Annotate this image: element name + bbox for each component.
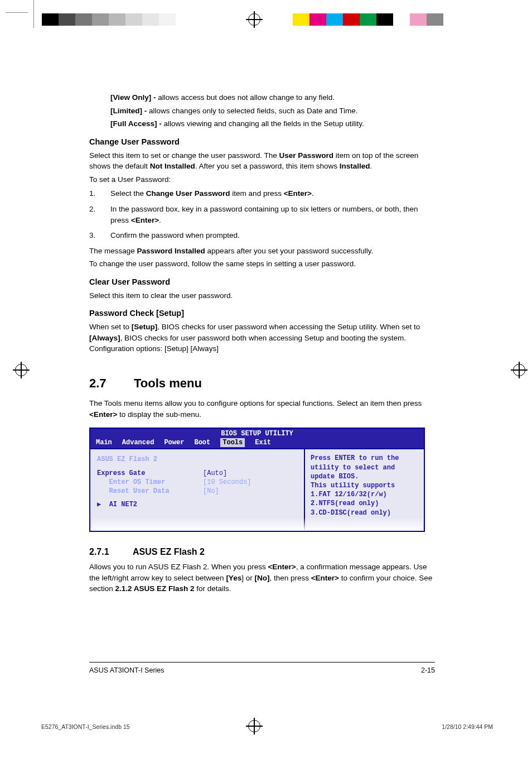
page-number: 2-15 bbox=[421, 666, 435, 674]
print-swatches-gray bbox=[42, 13, 209, 26]
subsection-heading-ez-flash: 2.7.1ASUS EZ Flash 2 bbox=[89, 545, 435, 558]
heading-password-check: Password Check [Setup] bbox=[89, 308, 435, 319]
swatch bbox=[176, 13, 192, 26]
body-text: Select this item to clear the user passw… bbox=[89, 290, 435, 301]
swatch bbox=[309, 13, 326, 26]
swatch bbox=[42, 13, 59, 26]
bios-menu-item: Main bbox=[96, 438, 112, 447]
access-level-item: [Full Access] - allows viewing and chang… bbox=[110, 118, 435, 129]
body-text: When set to [Setup], BIOS checks for use… bbox=[89, 321, 435, 354]
access-level-item: [Limited] - allows changes only to selec… bbox=[110, 105, 435, 117]
swatch bbox=[427, 13, 443, 26]
page-content: [View Only] - allows access but does not… bbox=[89, 92, 435, 597]
body-text: To set a User Password: bbox=[89, 174, 435, 185]
manual-page: [View Only] - allows access but does not… bbox=[0, 0, 532, 768]
crop-mark bbox=[6, 12, 28, 13]
bios-menu-item: Advanced bbox=[122, 438, 154, 447]
print-swatches-color bbox=[293, 13, 460, 26]
bios-item-ez-flash: ASUS EZ Flash 2 bbox=[97, 455, 299, 464]
body-text: The message Password Installed appears a… bbox=[89, 246, 435, 257]
swatch bbox=[443, 13, 460, 26]
bios-menu-item: Exit bbox=[255, 438, 271, 447]
crop-mark bbox=[22, 0, 34, 28]
bios-menu-item: Power bbox=[164, 438, 184, 447]
step-item: 3.Confirm the password when prompted. bbox=[89, 230, 435, 241]
bios-config-row: Enter OS Timer[10 Seconds] bbox=[97, 478, 299, 487]
swatch bbox=[159, 13, 176, 26]
swatch bbox=[343, 13, 360, 26]
print-timestamp: 1/28/10 2:49:44 PM bbox=[442, 723, 493, 730]
footer-product-name: ASUS AT3IONT-I Series bbox=[89, 666, 165, 674]
fade-overlay bbox=[91, 517, 423, 531]
swatch bbox=[393, 13, 410, 26]
bios-submenu-ai-net2: ▶ AI NET2 bbox=[97, 500, 299, 509]
registration-mark-icon bbox=[513, 364, 525, 376]
swatch bbox=[92, 13, 109, 26]
body-text: To change the user password, follow the … bbox=[89, 258, 435, 270]
step-item: 1.Select the Change User Password item a… bbox=[89, 188, 435, 199]
registration-mark-icon bbox=[248, 720, 260, 732]
swatch bbox=[376, 13, 393, 26]
step-item: 2.In the password box, key in a password… bbox=[89, 204, 435, 225]
heading-change-user-password: Change User Password bbox=[89, 136, 435, 148]
footer-rule bbox=[89, 662, 435, 663]
swatch bbox=[142, 13, 159, 26]
registration-mark-icon bbox=[248, 13, 260, 26]
swatch bbox=[326, 13, 343, 26]
heading-clear-user-password: Clear User Password bbox=[89, 276, 435, 288]
access-level-item: [View Only] - allows access but does not… bbox=[110, 92, 435, 103]
bios-title: BIOS SETUP UTILITY bbox=[90, 429, 424, 438]
swatch bbox=[410, 13, 427, 26]
swatch bbox=[75, 13, 92, 26]
bios-config-row: Express Gate[Auto] bbox=[97, 469, 299, 478]
body-text: Select this item to set or change the us… bbox=[89, 150, 435, 172]
swatch bbox=[360, 13, 376, 26]
bios-setup-utility-screenshot: BIOS SETUP UTILITY MainAdvancedPowerBoot… bbox=[89, 428, 425, 532]
swatch bbox=[192, 13, 209, 26]
body-text: Allows you to run ASUS EZ Flash 2. When … bbox=[89, 561, 435, 594]
access-level-list: [View Only] - allows access but does not… bbox=[110, 92, 435, 129]
swatch bbox=[109, 13, 125, 26]
numbered-steps: 1.Select the Change User Password item a… bbox=[89, 188, 435, 241]
swatch bbox=[125, 13, 142, 26]
bios-menu-item: Tools bbox=[220, 438, 245, 447]
swatch bbox=[59, 13, 75, 26]
bios-menu-bar: MainAdvancedPowerBootToolsExit bbox=[90, 438, 424, 449]
swatch bbox=[293, 13, 309, 26]
print-file-name: E5276_AT3IONT-I_Series.indb 15 bbox=[41, 723, 130, 730]
body-text: The Tools menu items allow you to config… bbox=[89, 398, 435, 420]
triangle-right-icon: ▶ bbox=[97, 501, 101, 508]
registration-mark-icon bbox=[15, 364, 27, 376]
bios-menu-item: Boot bbox=[194, 438, 210, 447]
bios-config-row: Reset User Data[No] bbox=[97, 487, 299, 496]
section-heading-tools-menu: 2.7Tools menu bbox=[89, 375, 435, 392]
